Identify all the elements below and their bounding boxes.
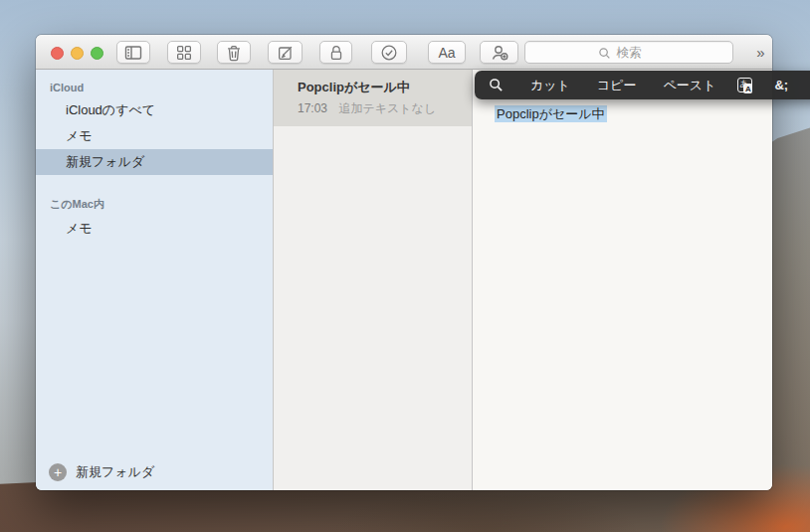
popup-cut-button[interactable]: カット: [530, 77, 570, 94]
note-editor[interactable]: Popclipがセール中: [473, 70, 772, 490]
selected-text: Popclipがセール中: [495, 105, 607, 122]
close-button[interactable]: [51, 47, 64, 60]
format-button[interactable]: Aa: [428, 41, 466, 64]
popup-search-button[interactable]: [489, 78, 504, 92]
popup-copy-button[interactable]: コピー: [597, 77, 637, 94]
sidebar-toggle-icon: [122, 42, 144, 64]
zoom-button[interactable]: [91, 47, 103, 60]
notes-window: Aa » iClo: [36, 35, 772, 490]
compose-icon: [276, 43, 296, 63]
checkmark-circle-icon: [379, 43, 399, 63]
plus-icon: +: [49, 463, 67, 481]
sidebar-section-on-mac: このMac内: [36, 185, 273, 216]
editor-text-line: Popclipがセール中: [495, 105, 607, 123]
search-input[interactable]: [525, 42, 732, 63]
note-time: 17:03: [298, 101, 327, 115]
note-preview: 追加テキストなし: [338, 101, 436, 115]
minimize-button[interactable]: [71, 47, 84, 60]
grid-view-button[interactable]: [167, 41, 201, 64]
note-list: Popclipがセール中 17:03 追加テキストなし: [274, 70, 473, 490]
sidebar-section-icloud: iCloud: [36, 70, 273, 97]
sidebar-toggle-button[interactable]: [116, 41, 150, 64]
overflow-chevron-icon: »: [756, 44, 763, 61]
folders-sidebar: iCloud iCloudのすべて メモ 新規フォルダ このMac内 メモ + …: [36, 70, 274, 490]
popclip-popup: カット コピー ペースト あ A &; あ A: [475, 71, 810, 99]
toolbar: Aa »: [36, 35, 772, 70]
note-title: Popclipがセール中: [298, 79, 462, 96]
popup-paste-button[interactable]: ペースト: [664, 77, 716, 94]
sidebar-item-new-folder[interactable]: 新規フォルダ: [36, 149, 273, 175]
new-folder-label: 新規フォルダ: [76, 463, 154, 481]
note-list-item[interactable]: Popclipがセール中 17:03 追加テキストなし: [274, 70, 472, 126]
note-meta: 17:03 追加テキストなし: [298, 100, 462, 117]
sidebar-item-notes[interactable]: メモ: [36, 123, 273, 149]
lock-note-button[interactable]: [319, 41, 352, 64]
trash-icon: [224, 43, 244, 63]
lock-icon: [326, 43, 346, 63]
grid-view-icon: [174, 43, 194, 63]
window-content: iCloud iCloudのすべて メモ 新規フォルダ このMac内 メモ + …: [36, 70, 772, 490]
desktop-wallpaper: Aa » iClo: [0, 0, 810, 532]
new-note-button[interactable]: [268, 41, 303, 64]
new-folder-button[interactable]: + 新規フォルダ: [36, 454, 273, 490]
popup-translate-button[interactable]: あ A: [737, 78, 752, 92]
sidebar-item-notes-local[interactable]: メモ: [36, 216, 273, 242]
toolbar-overflow-button[interactable]: »: [749, 41, 771, 64]
add-person-button[interactable]: [480, 41, 518, 64]
popup-html-entities-button[interactable]: &;: [774, 78, 788, 92]
checklist-button[interactable]: [371, 41, 407, 64]
add-person-icon: [489, 42, 510, 64]
search-field[interactable]: [524, 41, 733, 64]
delete-note-button[interactable]: [217, 41, 251, 64]
sidebar-item-icloud-all[interactable]: iCloudのすべて: [36, 97, 273, 123]
format-label: Aa: [438, 45, 455, 61]
